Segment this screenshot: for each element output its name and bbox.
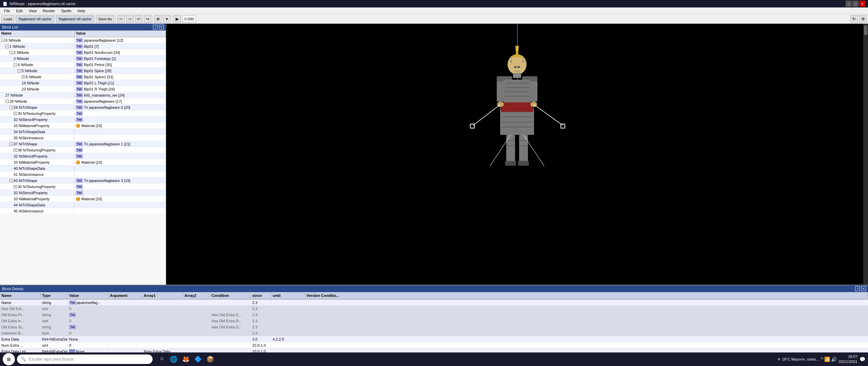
toolbar-icon-4[interactable]: ↪: [144, 15, 151, 23]
table-row[interactable]: 3 NiNode Txt Bip01 Footsteps [1]: [0, 56, 166, 62]
viewport[interactable]: [166, 24, 868, 285]
taskbar-edge-icon[interactable]: 🌐: [168, 354, 179, 365]
details-row[interactable]: Has Old Ext... uint 0 2.3: [0, 306, 868, 312]
table-row[interactable]: 32 NiStencilProperty Txt: [0, 153, 166, 159]
play-button[interactable]: ▶: [174, 15, 181, 23]
panel-close-icon[interactable]: ✕: [861, 286, 866, 291]
taskbar-cortana-icon[interactable]: ○: [157, 354, 167, 363]
viewport-scrollbar[interactable]: [863, 24, 868, 285]
details-row[interactable]: Old Extra Pr... string Txt Has Old Extra…: [0, 312, 868, 318]
panel-float-icon[interactable]: ↗: [855, 286, 860, 291]
details-row[interactable]: Extra Data Ref<NiExtraDat... None 3.0 4.…: [0, 336, 868, 342]
network-icon[interactable]: 📶: [824, 357, 830, 362]
table-row[interactable]: + 38 NiTexturingProperty Txt: [0, 147, 166, 153]
start-button[interactable]: ⊞: [3, 353, 15, 365]
save-as-button[interactable]: Save As: [96, 15, 114, 23]
table-row[interactable]: − 28 NiNode Txt japaneseflagbeare [17]: [0, 98, 166, 104]
table-row[interactable]: 23 NiNode Txt Bip01 R Thigh [26]: [0, 86, 166, 92]
table-row[interactable]: − 5 NiNode Txt Bip01 Spine [29]: [0, 68, 166, 74]
table-row[interactable]: − 4 NiNode Txt Bip01 Pelvis [35]: [0, 62, 166, 68]
table-row[interactable]: − 1 NiNode Txt Bip01 [7]: [0, 43, 166, 49]
expand-icon[interactable]: −: [9, 142, 13, 146]
expand-icon[interactable]: −: [5, 45, 9, 48]
expand-icon[interactable]: −: [9, 51, 13, 54]
menu-spells[interactable]: Spells: [58, 8, 74, 14]
expand-icon[interactable]: −: [1, 39, 5, 42]
table-row[interactable]: 32 NiStencilProperty Txt: [0, 190, 166, 196]
toolbar-icon-refresh[interactable]: ↻: [850, 15, 858, 23]
menu-file[interactable]: File: [1, 8, 13, 14]
table-row[interactable]: − 37 NiTriShape Txt Tri japaneseflagbear…: [0, 141, 166, 147]
menu-view[interactable]: View: [26, 8, 40, 14]
table-row[interactable]: − 0 NiNode Txt japaneseflagbearer [12]: [0, 37, 166, 43]
table-row[interactable]: 34 NiTriShapeData: [0, 129, 166, 135]
minimize-button[interactable]: ─: [846, 1, 852, 7]
expand-icon[interactable]: −: [18, 69, 21, 73]
table-row[interactable]: − 2 NiNode Txt Bip01 NonAccum [34]: [0, 49, 166, 56]
taskbar-search[interactable]: 🔍 Escribe aquí para buscar: [17, 354, 153, 364]
expand-icon[interactable]: −: [5, 100, 9, 103]
expand-icon[interactable]: +: [22, 75, 25, 79]
tab-flagbearer-2[interactable]: flagbearer.nif.cache: [56, 15, 95, 23]
taskbar-nifskope-icon[interactable]: 📦: [205, 354, 216, 365]
expand-icon[interactable]: −: [14, 63, 17, 66]
close-button[interactable]: ✕: [859, 1, 865, 7]
table-row[interactable]: 33 NiMaterialProperty Material [10]: [0, 123, 166, 129]
table-row[interactable]: + 30 NiTexturingProperty Txt: [0, 110, 166, 117]
block-value-cell: Txt japaneseflagbearer [12]: [75, 38, 166, 42]
table-row[interactable]: 32 NiStencilProperty Txt: [0, 117, 166, 123]
notification-icon[interactable]: 💬: [860, 357, 865, 362]
toolbar-icon-5[interactable]: ⊕: [154, 15, 162, 23]
svg-rect-27: [518, 161, 529, 166]
panel-close-icon[interactable]: ✕: [159, 25, 164, 29]
table-row[interactable]: 33 NiMaterialProperty Material [10]: [0, 196, 166, 202]
table-row[interactable]: 19 NiNode Txt Bip01 L Thigh [11]: [0, 80, 166, 86]
table-row[interactable]: 41 NiSkinInstance: [0, 171, 166, 178]
det-type: Ref<NiExtraDat...: [41, 337, 68, 341]
expand-icon[interactable]: +: [14, 112, 17, 115]
table-row[interactable]: − 43 NiTriShape Txt Tri japaneseflagbear…: [0, 178, 166, 184]
expand-icon[interactable]: −: [9, 106, 13, 109]
table-row[interactable]: 44 NiTriShapeData: [0, 202, 166, 208]
taskbar-firefox-icon[interactable]: 🦊: [180, 354, 191, 365]
toolbar-icon-settings[interactable]: ⚙: [859, 15, 867, 23]
menu-edit[interactable]: Edit: [14, 8, 25, 14]
chevron-up-icon[interactable]: ^: [821, 357, 823, 362]
table-row[interactable]: 45 NiSkinInstance: [0, 208, 166, 214]
table-row[interactable]: 40 NiTriShapeData: [0, 165, 166, 171]
menu-render[interactable]: Render: [40, 8, 58, 14]
details-row[interactable]: Num Extra ... uint 0 10.0.1.0: [0, 342, 868, 348]
tab-flagbearer-1[interactable]: flagbearer.nif.cache: [16, 15, 54, 23]
svg-rect-5: [513, 73, 521, 78]
toolbar-icon-2[interactable]: ⤻: [126, 15, 134, 23]
details-row[interactable]: Extra Data List Ref<NiExtraDat... 🔗 None…: [0, 348, 868, 352]
clock-display[interactable]: 18:07 03/11/2021: [839, 354, 857, 365]
det-since: 3.0: [251, 337, 271, 341]
volume-icon[interactable]: 🔊: [831, 357, 837, 362]
toolbar-icon-1[interactable]: ⤺: [117, 15, 125, 23]
expand-icon[interactable]: +: [14, 148, 17, 152]
det-since: 10.0.1.0: [251, 343, 271, 347]
table-row[interactable]: 35 NiSkinInstance: [0, 135, 166, 141]
menu-help[interactable]: Help: [75, 8, 88, 14]
table-row[interactable]: + 30 NiTexturingProperty Txt: [0, 184, 166, 190]
details-row[interactable]: Unknown B... byte 0 2.3: [0, 330, 868, 336]
time-display: [182, 16, 196, 22]
time-input[interactable]: [182, 16, 196, 22]
table-row[interactable]: + 6 NiNode Txt Bip01 Spine1 [31]: [0, 74, 166, 80]
panel-float-icon[interactable]: ↗: [153, 25, 158, 29]
load-button[interactable]: Load: [1, 15, 14, 23]
toolbar-icon-3[interactable]: ↩: [135, 15, 142, 23]
details-row[interactable]: Old Extra St... string Txt Has Old Extra…: [0, 324, 868, 330]
expand-icon[interactable]: −: [9, 179, 13, 182]
toolbar-icon-6[interactable]: ▾: [163, 15, 171, 23]
taskbar-blender-icon[interactable]: 🔷: [193, 354, 203, 365]
table-row[interactable]: − 29 NiTriShape Txt Tri japaneseflagbear…: [0, 104, 166, 110]
scrollbar-thumb[interactable]: [864, 25, 867, 35]
details-row[interactable]: Old Extra In... uint 0 Has Old Extra D..…: [0, 318, 868, 324]
details-row[interactable]: Name string Txt japaneseflag... 2.3: [0, 300, 868, 306]
table-row[interactable]: 27 NiNode Txt lhi5_manatarms_we [24]: [0, 92, 166, 98]
expand-icon[interactable]: +: [14, 185, 17, 188]
table-row[interactable]: 33 NiMaterialProperty Material [10]: [0, 159, 166, 165]
maximize-button[interactable]: □: [852, 1, 859, 7]
